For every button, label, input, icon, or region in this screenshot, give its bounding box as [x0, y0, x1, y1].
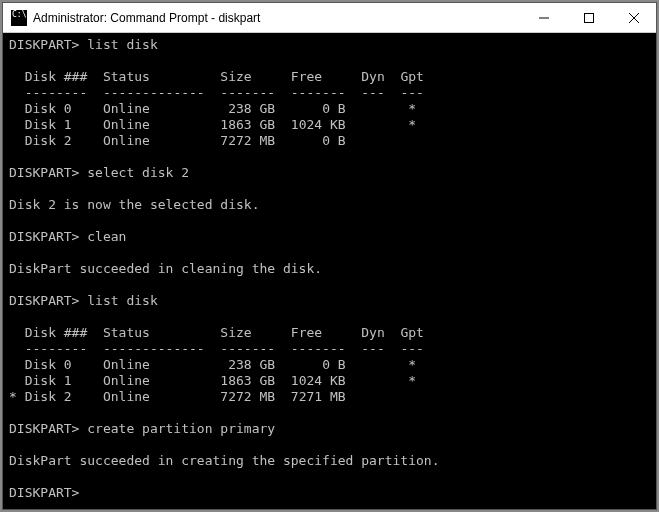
svg-rect-1: [584, 13, 593, 22]
table-row: Disk 0 Online 238 GB 0 B *: [9, 101, 416, 116]
prompt-line: DISKPART> list disk: [9, 37, 158, 52]
status-message: DiskPart succeeded in cleaning the disk.: [9, 261, 322, 276]
prompt-line: DISKPART> select disk 2: [9, 165, 189, 180]
prompt-line: DISKPART> clean: [9, 229, 126, 244]
minimize-button[interactable]: [521, 3, 566, 32]
status-message: Disk 2 is now the selected disk.: [9, 197, 259, 212]
col-size: Size: [220, 69, 251, 84]
status-message: DiskPart succeeded in creating the speci…: [9, 453, 439, 468]
minimize-icon: [539, 13, 549, 23]
close-button[interactable]: [611, 3, 656, 32]
maximize-button[interactable]: [566, 3, 611, 32]
col-gpt: Gpt: [400, 325, 423, 340]
col-free: Free: [291, 325, 322, 340]
maximize-icon: [584, 13, 594, 23]
col-gpt: Gpt: [400, 69, 423, 84]
col-free: Free: [291, 69, 322, 84]
table-row: Disk 2 Online 7272 MB 0 B: [9, 133, 346, 148]
prompt-line: DISKPART>: [9, 485, 79, 500]
app-icon: C:\.: [11, 10, 27, 26]
close-icon: [629, 13, 639, 23]
terminal-output[interactable]: DISKPART> list disk Disk ### Status Size…: [3, 33, 656, 509]
col-size: Size: [220, 325, 251, 340]
window-title: Administrator: Command Prompt - diskpart: [33, 11, 260, 25]
col-status: Status: [103, 325, 150, 340]
prompt-line: DISKPART> list disk: [9, 293, 158, 308]
table-row: * Disk 2 Online 7272 MB 7271 MB: [9, 389, 346, 404]
prompt-line: DISKPART> create partition primary: [9, 421, 275, 436]
col-status: Status: [103, 69, 150, 84]
command-prompt-window: C:\. Administrator: Command Prompt - dis…: [2, 2, 657, 510]
col-disk: Disk ###: [25, 69, 88, 84]
col-dyn: Dyn: [361, 69, 384, 84]
col-disk: Disk ###: [25, 325, 88, 340]
titlebar[interactable]: C:\. Administrator: Command Prompt - dis…: [3, 3, 656, 33]
table-row: Disk 1 Online 1863 GB 1024 KB *: [9, 373, 416, 388]
col-dyn: Dyn: [361, 325, 384, 340]
table-row: Disk 1 Online 1863 GB 1024 KB *: [9, 117, 416, 132]
table-row: Disk 0 Online 238 GB 0 B *: [9, 357, 416, 372]
